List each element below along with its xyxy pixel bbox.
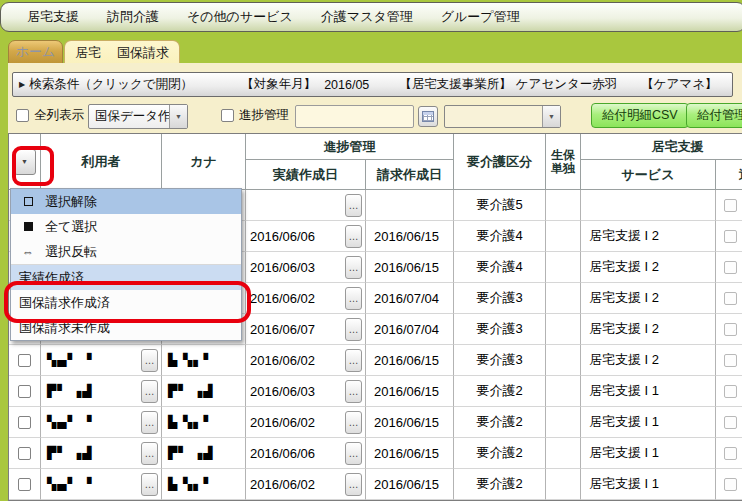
menu-item-kokuho-created[interactable]: 国保請求作成済 — [11, 290, 241, 315]
progress-group: 進捗管理 — [221, 107, 289, 124]
ops-cell — [716, 221, 742, 252]
tab-home[interactable]: ホーム — [8, 40, 63, 64]
ops-checkbox[interactable] — [724, 416, 737, 429]
redacted-kana: ▛▘ ▗▟ — [162, 446, 214, 460]
progress-date-input[interactable] — [295, 105, 414, 128]
ops-cell — [716, 438, 742, 469]
service-cell: 居宅支援 I 1 — [581, 376, 716, 407]
chevron-down-icon: ▼ — [169, 105, 187, 128]
menubar-item-kaigo-master[interactable]: 介護マスタ管理 — [321, 8, 413, 26]
redacted-kana: ▙ ▚▖▘ — [162, 353, 214, 367]
invoice-date-value: 2016/06/15 — [366, 415, 439, 430]
row-checkbox[interactable] — [18, 478, 31, 491]
tab-label-kyotaku[interactable]: 居宅 — [75, 44, 101, 62]
row-select-cell — [9, 376, 41, 407]
actual-date-value: 2016/06/07 — [246, 322, 315, 337]
tab-kyotaku-kokuho[interactable]: 居宅 国保請求 — [64, 40, 180, 64]
table-row: ▚▄▘ ▝…▙ ▚▖▘2016/06/02…2016/06/15要介護2居宅支援… — [9, 469, 742, 500]
ops-checkbox[interactable] — [724, 478, 737, 491]
menubar-item-homon-kaigo[interactable]: 訪問介護 — [107, 8, 159, 26]
row-checkbox[interactable] — [18, 385, 31, 398]
ops-checkbox[interactable] — [724, 447, 737, 460]
user-detail-button[interactable]: … — [141, 349, 158, 372]
progress-checkbox[interactable] — [221, 109, 234, 122]
invoice-date-cell: 2016/07/04 — [366, 314, 454, 345]
menubar-item-other-services[interactable]: その他のサービス — [187, 8, 293, 26]
row-checkbox[interactable] — [18, 447, 31, 460]
menu-item-invert-selection[interactable]: ⇔ 選択反転 — [11, 239, 241, 264]
ops-checkbox[interactable] — [724, 230, 737, 243]
user-detail-button[interactable]: … — [141, 442, 158, 465]
actual-date-button[interactable]: … — [345, 380, 362, 403]
ops-checkbox[interactable] — [724, 385, 737, 398]
search-condition-bar[interactable]: ▶ 検索条件（クリックで開閉） 【対象年月】 2016/05 【居宅支援事業所】… — [12, 72, 733, 97]
ops-cell — [716, 469, 742, 500]
header-kana: カナ — [162, 134, 246, 190]
ops-checkbox[interactable] — [724, 199, 737, 212]
actual-date-button[interactable]: … — [345, 442, 362, 465]
ops-checkbox[interactable] — [724, 354, 737, 367]
user-detail-button[interactable]: … — [141, 411, 158, 434]
care-level-cell: 要介護3 — [454, 314, 546, 345]
ops-checkbox[interactable] — [724, 323, 737, 336]
user-detail-button[interactable]: … — [141, 380, 158, 403]
all-columns-checkbox[interactable] — [16, 109, 29, 122]
actual-date-value: 2016/06/02 — [246, 291, 315, 306]
menu-item-kokuho-not-created[interactable]: 国保請求未作成 — [11, 315, 241, 340]
row-select-cell — [9, 438, 41, 469]
redacted-user-name: ▛▘ ▗▟ — [41, 384, 93, 398]
actual-date-button[interactable]: … — [345, 287, 362, 310]
welfare-cell — [546, 283, 581, 314]
menubar-item-group-admin[interactable]: グループ管理 — [441, 8, 520, 26]
invoice-date-value: 2016/06/15 — [366, 353, 439, 368]
actual-date-cell: 2016/06/02… — [246, 469, 366, 500]
benefit-detail-csv-button[interactable]: 給付明細CSV — [591, 103, 689, 128]
actual-date-cell: 2016/06/07… — [246, 314, 366, 345]
service-value: 居宅支援 I 2 — [581, 258, 659, 276]
ops-cell — [716, 407, 742, 438]
invoice-date-value: 2016/06/15 — [366, 229, 439, 244]
user-detail-button[interactable]: … — [141, 473, 158, 496]
actual-date-button[interactable]: … — [345, 349, 362, 372]
select-dropdown-button[interactable]: ▼ — [14, 149, 36, 175]
actual-date-button[interactable]: … — [345, 194, 362, 217]
actual-date-button[interactable]: … — [345, 318, 362, 341]
actual-date-button[interactable]: … — [345, 225, 362, 248]
table-row: ▛▘ ▗▟…▛▘ ▗▟2016/06/06…2016/06/15要介護2居宅支援… — [9, 438, 742, 469]
ops-checkbox[interactable] — [724, 292, 737, 305]
ops-cell — [716, 314, 742, 345]
user-cell: ▛▘ ▗▟… — [41, 438, 162, 469]
actual-date-button[interactable]: … — [345, 256, 362, 279]
redacted-kana: ▛▘ ▗▟ — [162, 384, 214, 398]
service-cell: 居宅支援 I 1 — [581, 407, 716, 438]
invoice-date-cell: 2016/06/15 — [366, 345, 454, 376]
actual-date-button[interactable]: … — [345, 411, 362, 434]
header-home-support-group: 居宅支援 — [581, 134, 742, 160]
table-row: ▚▄▘ ▝…▙ ▚▖▘2016/06/02…2016/06/15要介護2居宅支援… — [9, 407, 742, 438]
benefit-manage-csv-button[interactable]: 給付管理票CSV — [686, 103, 742, 128]
search-toggle-label[interactable]: 検索条件（クリックで開閉） — [29, 76, 193, 93]
mode-select[interactable]: 国保データ作成 ▼ — [88, 104, 188, 129]
actual-date-button[interactable]: … — [345, 473, 362, 496]
kana-cell: ▛▘ ▗▟ — [162, 376, 246, 407]
tab-label-kokuho-seikyu[interactable]: 国保請求 — [117, 44, 169, 62]
menu-item-deselect-all[interactable]: 選択解除 — [11, 189, 241, 214]
row-checkbox[interactable] — [18, 416, 31, 429]
empty-square-icon — [11, 197, 45, 206]
menu-item-label: 選択解除 — [45, 193, 97, 211]
kana-cell: ▙ ▚▖▘ — [162, 469, 246, 500]
header-user: 利用者 — [41, 134, 162, 190]
invoice-date-value: 2016/06/15 — [366, 477, 439, 492]
invoice-date-cell: 2016/06/15 — [366, 376, 454, 407]
menu-item-select-all[interactable]: 全て選択 — [11, 214, 241, 239]
row-checkbox[interactable] — [18, 354, 31, 367]
actual-date-value: 2016/06/02 — [246, 477, 315, 492]
menu-item-actual-created[interactable]: 実績作成済 — [11, 264, 241, 290]
menubar-item-kyotaku-shien[interactable]: 居宅支援 — [27, 8, 79, 26]
actual-date-cell: 2016/06/06… — [246, 438, 366, 469]
ops-checkbox[interactable] — [724, 261, 737, 274]
calendar-button[interactable] — [418, 106, 438, 127]
progress-filter-select[interactable]: ▼ — [444, 105, 561, 128]
calendar-icon — [422, 111, 434, 122]
invoice-date-value: 2016/06/15 — [366, 384, 439, 399]
